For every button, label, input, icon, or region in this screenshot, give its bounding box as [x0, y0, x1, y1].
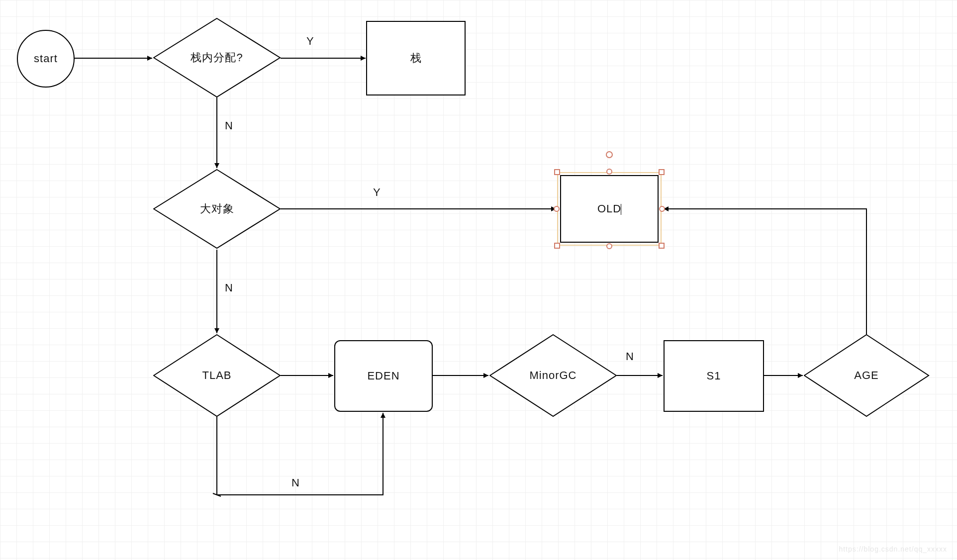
node-tlab-label: TLAB: [202, 369, 231, 382]
node-old[interactable]: OLD: [560, 175, 659, 243]
node-big-object[interactable]: 大对象: [153, 169, 281, 249]
node-old-selected[interactable]: OLD: [557, 172, 662, 246]
node-eden[interactable]: EDEN: [334, 340, 433, 412]
node-old-label: OLD: [597, 202, 621, 215]
node-age[interactable]: AGE: [804, 334, 929, 417]
resize-handle-ne[interactable]: [659, 169, 665, 175]
resize-handle-n[interactable]: [606, 169, 612, 175]
node-stack[interactable]: 栈: [366, 21, 466, 95]
edge-label-tlab-n: N: [291, 476, 299, 489]
edge-label-stack-alloc-y: Y: [306, 35, 314, 48]
resize-handle-w[interactable]: [554, 206, 560, 212]
text-caret: [621, 204, 621, 215]
node-stack-alloc[interactable]: 栈内分配?: [153, 18, 281, 97]
node-stack-alloc-label: 栈内分配?: [191, 50, 243, 65]
node-age-label: AGE: [854, 369, 878, 382]
rotation-handle-icon[interactable]: [606, 151, 613, 158]
node-big-object-label: 大对象: [200, 201, 234, 216]
resize-handle-s[interactable]: [606, 243, 612, 249]
resize-handle-e[interactable]: [659, 206, 665, 212]
watermark: https://blog.csdn.net/qq_xxxxx: [839, 545, 947, 553]
node-start[interactable]: start: [17, 30, 75, 88]
node-minor-gc-label: MinorGC: [529, 369, 576, 382]
node-s1-label: S1: [707, 370, 721, 382]
edge-label-big-obj-y: Y: [373, 186, 381, 199]
node-stack-label: 栈: [410, 51, 422, 66]
node-minor-gc[interactable]: MinorGC: [489, 334, 617, 417]
node-start-label: start: [34, 52, 58, 65]
edge-label-big-obj-n: N: [225, 281, 233, 294]
node-eden-label: EDEN: [367, 370, 399, 382]
resize-handle-nw[interactable]: [554, 169, 560, 175]
edge-label-minor-gc-n: N: [626, 350, 634, 363]
edge-label-stack-alloc-n: N: [225, 119, 233, 132]
resize-handle-sw[interactable]: [554, 243, 560, 249]
node-s1[interactable]: S1: [664, 340, 764, 412]
resize-handle-se[interactable]: [659, 243, 665, 249]
node-tlab[interactable]: TLAB: [153, 334, 281, 417]
